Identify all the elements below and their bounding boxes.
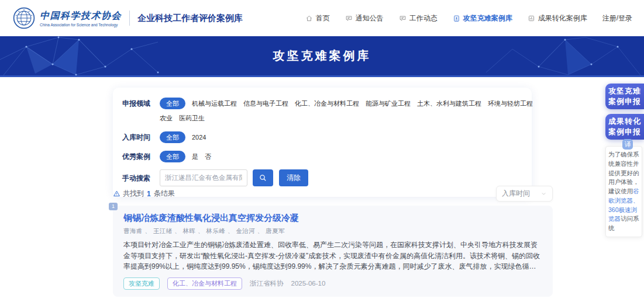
filter-label: 优秀案例	[122, 150, 155, 163]
header-divider	[129, 11, 130, 26]
case-org: 浙江省科协	[250, 279, 284, 288]
nav-label: 工作动态	[409, 13, 438, 23]
filter-option[interactable]: 能源与矿业工程	[366, 97, 411, 110]
banner-decoration-left	[0, 36, 175, 77]
filter-label: 手动搜索	[122, 172, 155, 185]
filter-row-excellent: 优秀案例 全部 是 否	[122, 150, 524, 163]
sort-select[interactable]: 入库时间	[496, 186, 553, 202]
nav-label: 通知公告	[356, 13, 384, 23]
search-button[interactable]	[253, 169, 273, 186]
search-input[interactable]	[160, 169, 247, 186]
filter-panel: 申报领域 全部 机械与运载工程 信息与电子工程 化工、冶金与材料工程 能源与矿业…	[113, 88, 532, 197]
sort-select-value: 入库时间	[502, 189, 530, 199]
case-meta: 攻坚克难 化工、冶金与材料工程 浙江省科协 2025-06-10	[123, 277, 542, 290]
site-title: 企业科技工作者评价案例库	[137, 13, 243, 24]
search-icon	[259, 173, 267, 182]
apply-hard-case-button[interactable]: 攻坚克难 案例申报	[605, 84, 644, 109]
filter-option-all[interactable]: 全部	[160, 131, 185, 143]
chevron-down-icon	[540, 190, 547, 197]
case-authors: 曹海甫 、 王江绪 、 林晖 、 林乐峰 、 金治河 、 唐夏军	[123, 227, 542, 235]
results-count: 共找到 1 条结果	[113, 189, 175, 199]
nav-label: 攻坚克难案例库	[463, 13, 512, 23]
filter-label: 入库时间	[122, 131, 155, 144]
news-icon	[399, 15, 407, 22]
case-library-icon	[453, 15, 460, 22]
filter-row-search: 手动搜索 清除	[122, 169, 524, 186]
filter-option[interactable]: 机械与运载工程	[192, 97, 237, 110]
filter-option[interactable]: 化工、冶金与材料工程	[295, 97, 359, 110]
filter-row-year: 入库时间 全部 2024	[122, 131, 524, 144]
nav-label: 首页	[316, 13, 330, 23]
filter-option[interactable]: 土木、水利与建筑工程	[417, 97, 481, 110]
case-index-badge: 1	[109, 203, 118, 210]
banner-title: 攻坚克难案例库	[273, 48, 371, 64]
filter-option[interactable]: 是	[192, 150, 198, 163]
nav-item-achievement-library[interactable]: 成果转化案例库	[528, 13, 587, 23]
achievement-library-icon	[528, 15, 535, 22]
filter-option[interactable]: 农业	[160, 112, 173, 124]
filter-option-all[interactable]: 全部	[160, 98, 185, 109]
nav-label: 注册/登录	[602, 13, 632, 23]
filter-option[interactable]: 医药卫生	[179, 112, 205, 124]
home-icon	[305, 15, 313, 22]
apply-transform-case-button[interactable]: 成果转化 案例申报	[605, 114, 644, 140]
warning-icon	[113, 190, 120, 197]
org-name-en: China Association for Science and Techno…	[40, 23, 122, 27]
cast-emblem-icon	[13, 7, 35, 29]
case-date: 2025-06-10	[291, 280, 326, 287]
nav-item-register-login[interactable]: 注册/登录	[602, 13, 632, 23]
filter-option[interactable]: 2024	[192, 131, 206, 144]
banner-decoration-right	[469, 36, 644, 77]
filter-row-domain: 申报领域 全部 机械与运载工程 信息与电子工程 化工、冶金与材料工程 能源与矿业…	[122, 97, 524, 124]
nav-item-announcements[interactable]: 通知公告	[345, 13, 384, 23]
case-tag[interactable]: 攻坚克难	[123, 277, 160, 290]
nav-item-work-news[interactable]: 工作动态	[399, 13, 438, 23]
announcement-icon	[345, 15, 353, 22]
filter-option-all[interactable]: 全部	[160, 151, 185, 162]
main-nav: 首页 通知公告 工作动态 攻坚克难案例库 成果转化案例库 注册/登	[305, 13, 632, 23]
case-title[interactable]: 铜锡冶炼废渣酸性氧化浸出真空挥发分级冷凝	[123, 213, 542, 224]
clear-button[interactable]: 清除	[279, 169, 308, 186]
banner: 攻坚克难案例库	[0, 36, 644, 77]
result-header: 共找到 1 条结果 入库时间	[113, 186, 553, 202]
translate-icon[interactable]: 译	[622, 139, 633, 150]
cast-logo[interactable]: 中国科学技术协会 China Association for Science a…	[13, 7, 122, 29]
org-name-cn: 中国科学技术协会	[40, 10, 122, 22]
browser-notice: 为了确保系统兼容性并提供更好的用户体验，建议使用谷歌浏览器、360极速浏览器访问…	[605, 146, 642, 237]
filter-option[interactable]: 信息与电子工程	[243, 97, 288, 110]
nav-item-home[interactable]: 首页	[305, 13, 330, 23]
filter-option[interactable]: 否	[205, 150, 211, 163]
case-summary: 本项目针对冶金工业产生的铜锡冶炼废渣处置难、回收率低、易产生二次污染等问题，在国…	[123, 239, 542, 272]
app-header: 中国科学技术协会 China Association for Science a…	[0, 0, 644, 36]
filter-option[interactable]: 环境与轻纺工程	[488, 97, 533, 110]
filter-label: 申报领域	[122, 97, 155, 110]
nav-label: 成果转化案例库	[538, 13, 587, 23]
case-tag[interactable]: 化工、冶金与材料工程	[167, 277, 242, 290]
nav-item-case-library[interactable]: 攻坚克难案例库	[453, 13, 512, 23]
case-card: 1 铜锡冶炼废渣酸性氧化浸出真空挥发分级冷凝 曹海甫 、 王江绪 、 林晖 、 …	[113, 206, 553, 297]
